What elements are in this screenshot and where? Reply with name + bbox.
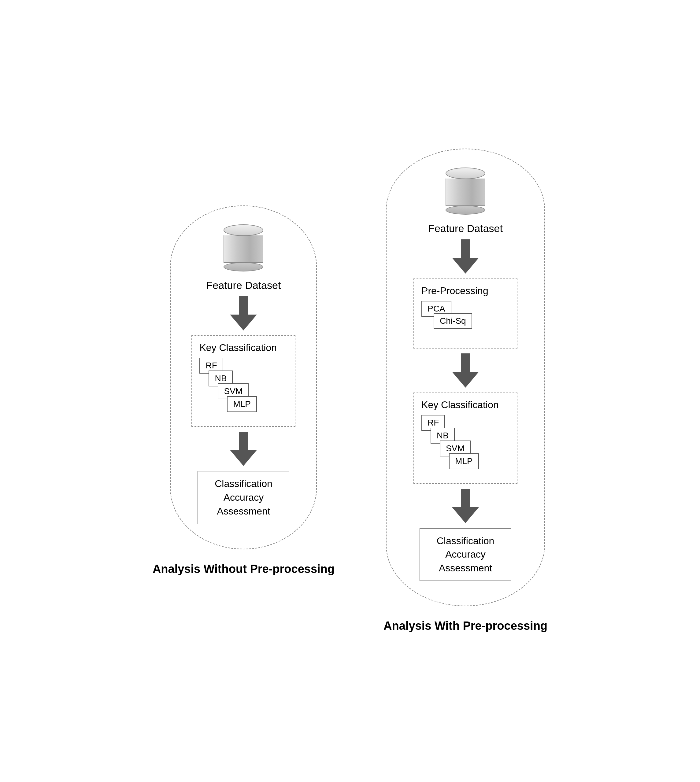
- left-result-box: Classification Accuracy Assessment: [198, 471, 289, 524]
- left-arrow-2: [230, 432, 257, 466]
- right-preproc-stack: PCA Chi-Sq: [422, 301, 495, 341]
- main-container: Feature Dataset Key Classification RF NB…: [153, 148, 547, 634]
- left-db: [223, 225, 263, 273]
- right-diagram: Feature Dataset Pre-Processing PCA Chi-S…: [383, 148, 547, 634]
- db-bottom-cap: [223, 262, 263, 271]
- arrow-head: [230, 314, 257, 331]
- right-diagram-label: Analysis With Pre-processing: [383, 619, 547, 634]
- right-result-box: Classification Accuracy Assessment: [420, 528, 511, 581]
- right-db-top: [445, 168, 485, 179]
- right-oval: Feature Dataset Pre-Processing PCA Chi-S…: [386, 148, 545, 606]
- right-classification-box: Key Classification RF NB SVM MLP: [413, 393, 517, 484]
- arrow-head-2: [230, 450, 257, 466]
- arrow-shaft-2: [239, 432, 248, 450]
- right-classification-label: Key Classification: [422, 399, 499, 411]
- right-arrow-3: [452, 489, 479, 523]
- left-classifier-stack: RF NB SVM MLP: [199, 358, 285, 419]
- right-db-label: Feature Dataset: [428, 223, 503, 235]
- right-classifier-mlp: MLP: [449, 453, 479, 469]
- left-classification-box: Key Classification RF NB SVM MLP: [192, 335, 295, 427]
- classifier-mlp: MLP: [227, 396, 257, 412]
- left-arrow-1: [230, 296, 257, 331]
- db-body: [223, 235, 263, 263]
- right-preproc-label: Pre-Processing: [422, 285, 488, 296]
- arrow-shaft: [239, 296, 248, 314]
- left-oval: Feature Dataset Key Classification RF NB…: [170, 205, 317, 549]
- right-db-body: [445, 178, 485, 206]
- right-preproc-box: Pre-Processing PCA Chi-Sq: [413, 278, 517, 348]
- db-top: [223, 225, 263, 236]
- right-db-bottom: [445, 205, 485, 215]
- left-db-label: Feature Dataset: [207, 280, 281, 291]
- left-diagram: Feature Dataset Key Classification RF NB…: [153, 205, 335, 577]
- preproc-chisq: Chi-Sq: [433, 313, 472, 329]
- right-db: [445, 168, 485, 216]
- right-arrow-1: [452, 240, 479, 274]
- right-classifier-stack: RF NB SVM MLP: [422, 415, 507, 476]
- left-classification-label: Key Classification: [199, 342, 277, 353]
- left-diagram-label: Analysis Without Pre-processing: [153, 562, 335, 577]
- right-arrow-2: [452, 353, 479, 388]
